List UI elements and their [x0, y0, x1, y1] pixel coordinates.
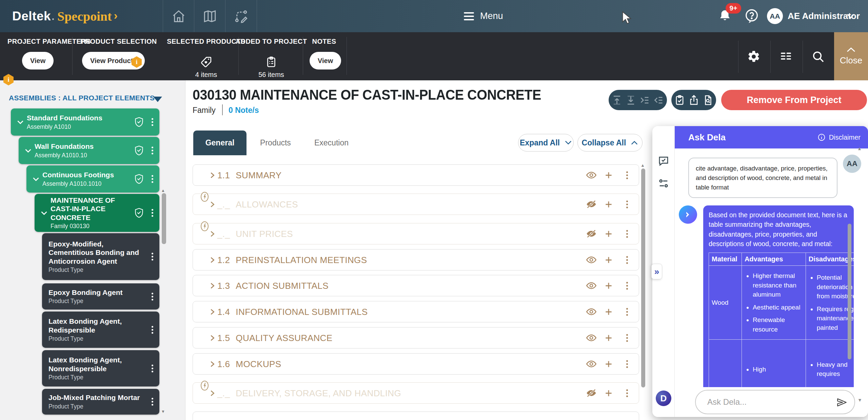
- spec-section-row[interactable]: 1.4INFORMATIONAL SUBMITTALS: [193, 301, 639, 322]
- tree-item[interactable]: Wall Foundations Assembly A1010.10: [19, 137, 159, 164]
- markup-tools-icon[interactable]: [234, 9, 248, 23]
- add-icon[interactable]: [604, 229, 613, 238]
- spec-section-row[interactable]: 1.5QUALITY ASSURANCE: [193, 327, 639, 348]
- scroll-up-arrow-icon[interactable]: ▲: [161, 188, 165, 193]
- spec-section-row[interactable]: _._DELIVERY, STORAGE, AND HANDLING: [193, 382, 639, 404]
- kebab-menu-icon[interactable]: [626, 334, 628, 342]
- tab-execution[interactable]: Execution: [307, 131, 356, 155]
- brand-logo[interactable]: Deltek Specpoint ›: [12, 0, 118, 32]
- kebab-menu-icon[interactable]: [626, 256, 628, 264]
- scroll-up-arrow-icon[interactable]: ▲: [640, 163, 645, 168]
- content-scrollbar[interactable]: [641, 168, 645, 387]
- shield-check-icon[interactable]: [134, 174, 144, 184]
- chevron-down-icon[interactable]: [846, 14, 855, 19]
- add-icon[interactable]: [604, 360, 613, 368]
- tree-item[interactable]: Latex Bonding Agent, Nonredispersible Pr…: [42, 350, 159, 386]
- kebab-menu-icon[interactable]: [152, 364, 153, 372]
- kebab-menu-icon[interactable]: [152, 209, 153, 217]
- send-icon[interactable]: [836, 397, 848, 408]
- tree-item[interactable]: Standard Foundations Assembly A1010: [11, 108, 159, 136]
- dropdown-triangle-icon[interactable]: [153, 97, 162, 102]
- eye-icon[interactable]: [586, 307, 597, 316]
- chevron-down-icon[interactable]: [16, 118, 25, 126]
- menu-button[interactable]: Menu: [464, 0, 503, 32]
- close-button[interactable]: Close: [834, 32, 868, 80]
- tree-item[interactable]: MAINTENANCE OF CAST-IN-PLACE CONCRETE Fa…: [35, 194, 159, 232]
- shield-check-icon[interactable]: [134, 208, 144, 218]
- ask-dela-input[interactable]: [707, 392, 829, 412]
- dela-input-pill[interactable]: [695, 390, 855, 414]
- add-icon[interactable]: [604, 307, 613, 316]
- kebab-menu-icon[interactable]: [152, 147, 153, 155]
- add-icon[interactable]: [604, 281, 613, 290]
- document-search-icon[interactable]: [702, 95, 713, 106]
- add-icon[interactable]: [604, 200, 613, 209]
- chevron-right-icon[interactable]: [209, 172, 216, 179]
- chevron-right-icon[interactable]: [209, 282, 216, 289]
- tree-item[interactable]: Continuous Footings Assembly A1010.1010: [26, 165, 159, 193]
- spec-section-row[interactable]: 1.6MOCKUPS: [193, 353, 639, 375]
- chevron-right-icon[interactable]: [209, 308, 216, 316]
- kebab-menu-icon[interactable]: [152, 326, 153, 334]
- chevron-right-icon[interactable]: [209, 230, 216, 238]
- spec-section-row[interactable]: _._ALLOWANCES: [193, 194, 639, 215]
- kebab-menu-icon[interactable]: [152, 398, 153, 406]
- shield-check-icon[interactable]: [134, 117, 144, 127]
- tree-item[interactable]: Job-Mixed Patching Mortar Product Type: [42, 389, 159, 415]
- dela-scrollbar[interactable]: [848, 224, 851, 359]
- chevron-down-icon[interactable]: [32, 175, 40, 183]
- indent-icon[interactable]: [639, 95, 650, 106]
- kebab-menu-icon[interactable]: [152, 118, 153, 126]
- kebab-menu-icon[interactable]: [152, 253, 153, 261]
- eye-off-icon[interactable]: [586, 389, 597, 398]
- eye-icon[interactable]: [586, 281, 597, 290]
- expand-all-button[interactable]: Expand All: [518, 134, 574, 152]
- scroll-bottom-icon[interactable]: [625, 95, 636, 106]
- sidebar-scrollbar[interactable]: [162, 193, 166, 244]
- chevron-right-icon[interactable]: [209, 201, 216, 208]
- view-parameters-button[interactable]: View: [22, 52, 54, 69]
- kebab-menu-icon[interactable]: [626, 200, 628, 208]
- eye-icon[interactable]: [586, 256, 597, 264]
- remove-from-project-button[interactable]: Remove From Project: [721, 90, 867, 110]
- help-icon[interactable]: [745, 9, 759, 24]
- panel-collapse-handle[interactable]: »: [651, 264, 662, 279]
- export-icon[interactable]: [688, 95, 699, 106]
- gear-icon[interactable]: [747, 50, 761, 63]
- kebab-menu-icon[interactable]: [152, 293, 153, 300]
- notes-link[interactable]: 0 Note/s: [229, 106, 259, 115]
- view-notes-button[interactable]: View: [310, 52, 341, 69]
- eye-off-icon[interactable]: [586, 229, 597, 238]
- chevron-right-icon[interactable]: [209, 389, 216, 397]
- preferences-icon[interactable]: [658, 178, 669, 189]
- eye-icon[interactable]: [586, 360, 597, 368]
- kebab-menu-icon[interactable]: [152, 175, 153, 183]
- kebab-menu-icon[interactable]: [626, 171, 628, 179]
- comment-check-icon[interactable]: [658, 155, 669, 167]
- assemblies-header[interactable]: ASSEMBLIES : ALL PROJECT ELEMENTS: [9, 94, 155, 102]
- user-avatar[interactable]: AA: [767, 8, 783, 24]
- disclaimer-link[interactable]: Disclaimer: [817, 126, 861, 148]
- outdent-icon[interactable]: [653, 95, 664, 106]
- shield-check-icon[interactable]: [134, 145, 144, 156]
- chevron-right-icon[interactable]: [209, 334, 216, 342]
- tree-item[interactable]: Epoxy-Modified, Cementitious Bonding and…: [42, 233, 159, 280]
- kebab-menu-icon[interactable]: [626, 308, 628, 316]
- add-icon[interactable]: [604, 171, 613, 180]
- chevron-down-icon[interactable]: [40, 208, 48, 217]
- kebab-menu-icon[interactable]: [626, 282, 628, 289]
- spec-section-row[interactable]: 1.3ACTION SUBMITTALS: [193, 275, 639, 296]
- eye-icon[interactable]: [586, 171, 597, 180]
- spec-section-row[interactable]: 1.2PREINSTALLATION MEETINGS: [193, 249, 639, 271]
- chevron-down-icon[interactable]: [24, 146, 33, 155]
- tab-general[interactable]: General: [193, 131, 246, 155]
- spec-section-row-partial[interactable]: [193, 412, 639, 420]
- spec-section-row[interactable]: _._UNIT PRICES: [193, 223, 639, 244]
- map-icon[interactable]: [203, 9, 217, 23]
- tree-item[interactable]: Latex Bonding Agent, Redispersible Produ…: [42, 312, 159, 348]
- scroll-down-arrow-icon[interactable]: ▼: [857, 397, 862, 403]
- clipboard-list-icon[interactable]: [265, 56, 277, 68]
- scroll-up-arrow-icon[interactable]: ▲: [857, 146, 862, 151]
- kebab-menu-icon[interactable]: [626, 360, 628, 368]
- clipboard-check-icon[interactable]: [674, 95, 685, 106]
